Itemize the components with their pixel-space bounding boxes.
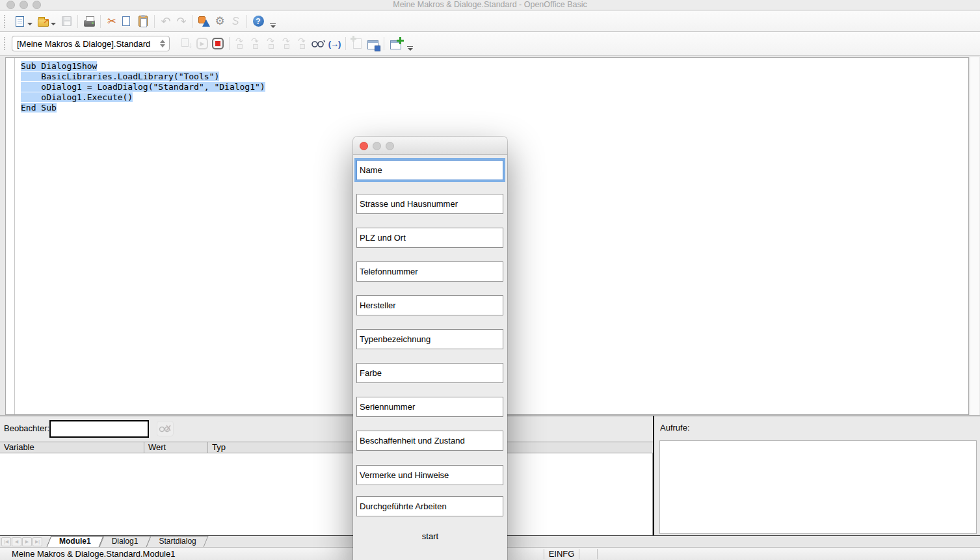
redo-icon: ↷ — [174, 14, 189, 29]
tab-startdialog[interactable]: Startdialog — [148, 536, 206, 547]
code-area[interactable]: Sub Dialog1Show BasicLibraries.LoadLibra… — [15, 58, 265, 414]
new-document-icon[interactable] — [12, 14, 27, 29]
field-vermerke[interactable] — [356, 465, 503, 485]
tab-module1[interactable]: Module1 — [49, 536, 101, 547]
breakpoint-gutter[interactable] — [6, 58, 15, 414]
dialog-close-button[interactable] — [360, 142, 368, 150]
library-select[interactable]: [Meine Makros & Dialoge].Standard — [12, 36, 170, 51]
start-button[interactable]: start — [353, 531, 507, 544]
add-module-icon — [349, 36, 365, 51]
field-telefonnummer[interactable] — [356, 261, 503, 282]
watch-input[interactable] — [49, 420, 149, 438]
field-plz-ort[interactable] — [356, 228, 503, 248]
code-line: End Sub — [21, 103, 57, 113]
titlebar: Meine Makros & Dialoge.Standard - OpenOf… — [0, 0, 980, 10]
field-seriennummer[interactable] — [356, 397, 503, 417]
code-line: BasicLibraries.LoadLibrary("Tools") — [21, 72, 219, 81]
next-tab-icon[interactable]: ▶ — [22, 537, 32, 546]
macro-dialog-window: start — [353, 137, 507, 560]
step-out-icon: ↷ — [264, 36, 280, 51]
step-over-icon: ↷ — [233, 36, 248, 51]
calls-label: Aufrufe: — [660, 423, 690, 433]
watch-label: Beobachter: — [4, 423, 49, 433]
field-name[interactable] — [356, 160, 503, 180]
field-farbe[interactable] — [356, 363, 503, 383]
openoffice-basic-window: Meine Makros & Dialoge.Standard - OpenOf… — [0, 0, 980, 560]
watch-table-header: Variable Wert Typ — [0, 442, 653, 453]
previous-tab-icon[interactable]: ◀ — [12, 537, 21, 546]
editor-scrollbar[interactable] — [970, 57, 979, 415]
open-icon[interactable]: ↗ — [35, 14, 51, 29]
run-icon: ▶ — [194, 36, 210, 51]
watch-table-body[interactable] — [0, 453, 653, 535]
call-stack-list[interactable] — [659, 440, 977, 534]
dialog-titlebar[interactable] — [353, 137, 507, 155]
column-header-variable[interactable]: Variable — [0, 442, 144, 453]
toolbar-drag-handle[interactable] — [4, 15, 7, 28]
insert-module-icon[interactable] — [388, 36, 403, 51]
stop-icon[interactable] — [210, 36, 226, 51]
remove-watch-icon — [157, 421, 174, 436]
open-dropdown-icon[interactable] — [51, 23, 56, 25]
column-header-wert[interactable]: Wert — [144, 442, 208, 453]
save-icon — [59, 14, 74, 29]
new-document-dropdown-icon[interactable] — [27, 23, 33, 25]
window-title: Meine Makros & Dialoge.Standard - OpenOf… — [0, 0, 980, 10]
options-icon[interactable]: ⚙ — [212, 14, 228, 29]
compile-icon: ↓ — [179, 36, 194, 51]
code-line: Sub Dialog1Show — [21, 61, 97, 71]
field-hersteller[interactable] — [356, 295, 503, 315]
macro-select-icon[interactable] — [196, 14, 212, 29]
paste-icon[interactable] — [135, 14, 151, 29]
macro-toolbar: [Meine Makros & Dialoge].Standard ↓ ▶ ↷ … — [0, 32, 980, 56]
print-icon[interactable] — [81, 14, 97, 29]
standard-toolbar: ↗ ✂ ↶ ↷ ⚙ S ? — [0, 11, 980, 32]
statusbar-insert-mode[interactable]: EINFG — [544, 549, 579, 559]
toolbar-drag-handle[interactable] — [4, 37, 7, 50]
code-line: oDialog1.Execute() — [21, 92, 133, 102]
calls-panel: Aufrufe: — [654, 416, 980, 535]
signature-icon: S — [228, 14, 243, 29]
library-select-value: [Meine Makros & Dialoge].Standard — [12, 39, 157, 49]
tab-dialog1[interactable]: Dialog1 — [101, 536, 149, 547]
copy-icon[interactable] — [120, 14, 135, 29]
first-tab-icon[interactable]: |◀ — [1, 537, 11, 546]
step-into-icon: ↷ — [248, 36, 264, 51]
save-source-icon[interactable] — [365, 36, 380, 51]
field-durchgefuehrte-arbeiten[interactable] — [356, 496, 503, 516]
field-beschaffenheit[interactable] — [356, 431, 503, 451]
last-tab-icon[interactable]: ▶| — [33, 537, 42, 546]
enable-watch-icon[interactable] — [311, 36, 326, 51]
manage-breakpoints-icon: ↷ — [295, 36, 311, 51]
toolbar-overflow-icon[interactable] — [270, 23, 276, 28]
library-select-stepper-icon[interactable] — [157, 40, 168, 47]
dialog-minimize-button[interactable] — [373, 142, 381, 150]
statusbar-location: Meine Makros & Dialoge.Standard.Module1 — [12, 549, 175, 559]
undo-icon: ↶ — [158, 14, 174, 29]
dialog-zoom-button[interactable] — [386, 142, 394, 150]
cut-icon[interactable]: ✂ — [104, 14, 120, 29]
watch-panel: Beobachter: Variable Wert Typ — [0, 416, 654, 535]
toolbar-overflow-icon[interactable] — [407, 46, 413, 51]
field-typenbezeichnung[interactable] — [356, 329, 503, 349]
breakpoint-icon: ↷ — [280, 36, 295, 51]
code-line: oDialog1 = LoadDialog("Standard", "Dialo… — [21, 82, 265, 92]
field-strasse[interactable] — [356, 194, 503, 214]
goto-line-icon[interactable]: (→) — [326, 36, 342, 51]
help-icon[interactable]: ? — [250, 14, 266, 29]
